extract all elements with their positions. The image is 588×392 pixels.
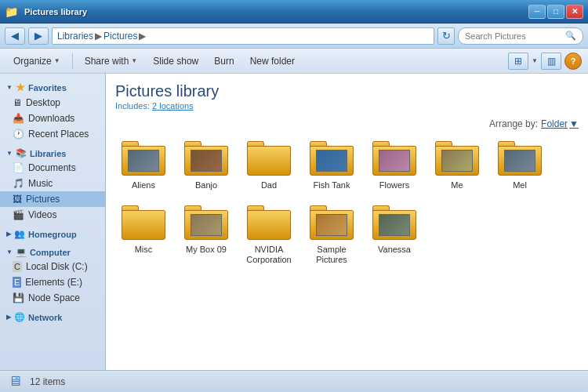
folder-icon-wrap [245,203,292,242]
folder-icon-wrap [496,139,543,178]
sidebar-item-downloads[interactable]: 📥 Downloads [0,111,105,126]
sidebar-item-desktop[interactable]: 🖥 Desktop [0,95,105,111]
folder-item-aliens[interactable]: Aliens [115,136,172,194]
videos-icon: 🎬 [13,209,24,220]
computer-header[interactable]: ▼ 💻 Computer [0,244,105,259]
sidebar-item-recent-places[interactable]: 🕐 Recent Places [0,126,105,142]
library-title: Pictures library [115,82,579,100]
refresh-button[interactable]: ↻ [437,27,455,45]
folder-grid: Aliens Banjo Dad [115,136,579,269]
back-button[interactable]: ◀ [5,27,25,45]
homegroup-section: ▶ 👥 Homegroup [0,226,105,241]
homegroup-header[interactable]: ▶ 👥 Homegroup [0,226,105,241]
folder-body [184,210,228,240]
downloads-label: Downloads [28,113,74,124]
folder-base [122,141,165,176]
slideshow-button[interactable]: Slide show [146,52,205,71]
folder-body [247,146,291,176]
sidebar-item-music[interactable]: 🎵 Music [0,176,105,191]
folder-item-nvidia-corporation[interactable]: NVIDIA Corporation [241,200,297,268]
window-icon: 📁 [5,5,18,18]
sidebar-item-documents[interactable]: 📄 Documents [0,160,105,176]
sidebar-item-elements-e[interactable]: E Elements (E:) [0,274,105,290]
breadcrumb-sep1: ▶ [95,31,102,42]
search-box[interactable]: 🔍 [458,27,583,45]
folder-item-dad[interactable]: Dad [241,136,297,194]
folder-item-misc[interactable]: Misc [115,200,172,268]
preview-pane-button[interactable]: ▥ [541,53,561,70]
folder-body [122,210,165,240]
arrange-value-link[interactable]: Folder ▼ [541,118,579,129]
folder-item-sample-pictures[interactable]: Sample Pictures [303,200,360,268]
folder-item-flowers[interactable]: Flowers [366,136,423,194]
sidebar-item-node-space[interactable]: 💾 Node Space [0,290,105,306]
libraries-header[interactable]: ▼ 📚 Libraries [0,145,105,160]
desktop-icon: 🖥 [13,97,22,108]
homegroup-label: Homegroup [28,230,77,239]
toolbar: Organize ▼ Share with ▼ Slide show Burn … [0,49,588,74]
help-button[interactable]: ? [564,53,582,70]
downloads-icon: 📥 [13,113,24,124]
maximize-button[interactable]: □ [547,5,564,19]
sidebar-item-videos[interactable]: 🎬 Videos [0,207,105,223]
folder-item-banjo[interactable]: Banjo [178,136,234,194]
folder-item-mel[interactable]: Mel [492,136,548,194]
new-folder-button[interactable]: New folder [243,52,302,71]
content-header: Pictures library Includes: 2 locations [115,82,579,111]
sidebar-item-local-disk-c[interactable]: C Local Disk (C:) [0,259,105,274]
forward-button[interactable]: ▶ [28,27,49,45]
locations-link[interactable]: 2 locations [152,101,194,111]
breadcrumb-sep2: ▶ [139,31,146,42]
view-dropdown-arrow[interactable]: ▼ [532,57,538,64]
folder-icon-wrap [434,139,481,178]
libraries-section: ▼ 📚 Libraries 📄 Documents 🎵 Music 🖼 Pict… [0,145,105,223]
folder-body [310,210,354,240]
breadcrumb-libraries[interactable]: Libraries [57,31,93,42]
breadcrumb-pictures[interactable]: Pictures [103,31,137,42]
organize-label: Organize [13,56,52,67]
slideshow-label: Slide show [153,56,198,67]
sidebar: ▼ ★ Favorites 🖥 Desktop 📥 Downloads 🕐 Re… [0,74,106,370]
network-label: Network [28,313,62,322]
pictures-icon: 🖼 [13,194,22,205]
folder-icon-wrap [371,139,418,178]
close-button[interactable]: ✕ [566,5,583,19]
music-label: Music [28,178,53,189]
folder-item-my-box-09[interactable]: My Box 09 [178,200,234,268]
folder-icon-wrap [308,139,355,178]
search-input[interactable] [465,31,562,41]
share-with-button[interactable]: Share with ▼ [78,52,145,71]
network-icon: 🌐 [14,312,25,322]
sidebar-item-pictures[interactable]: 🖼 Pictures [0,191,105,207]
node-space-label: Node Space [28,292,80,303]
folder-label: Aliens [132,180,155,191]
network-header[interactable]: ▶ 🌐 Network [0,309,105,324]
favorites-triangle: ▼ [6,84,13,91]
toolbar-right: ⊞ ▼ ▥ ? [508,53,582,70]
folder-thumbnail [191,214,222,236]
folder-item-fish-tank[interactable]: Fish Tank [303,136,360,194]
recent-places-label: Recent Places [28,129,89,140]
organize-button[interactable]: Organize ▼ [6,52,67,71]
breadcrumb-bar[interactable]: Libraries ▶ Pictures ▶ [52,27,434,45]
folder-icon-wrap [183,139,230,178]
recent-places-icon: 🕐 [13,129,24,140]
minimize-button[interactable]: ─ [528,5,546,19]
folder-base [247,141,291,176]
folder-label: Me [451,180,463,191]
local-disk-c-label: Local Disk (C:) [26,261,88,272]
status-computer-icon: 🖥 [8,373,22,390]
folder-thumbnail [379,214,410,236]
arrange-value-text: Folder [541,118,568,129]
folder-item-me[interactable]: Me [429,136,485,194]
computer-label: Computer [30,248,71,257]
burn-button[interactable]: Burn [207,52,241,71]
folder-label: Fish Tank [314,180,350,191]
favorites-header[interactable]: ▼ ★ Favorites [0,78,105,95]
title-bar: 📁 Pictures library ─ □ ✕ [0,0,588,24]
folder-item-vanessa[interactable]: Vanessa [366,200,423,268]
folder-base [184,141,228,176]
view-toggle-button[interactable]: ⊞ [508,53,528,70]
folder-icon-wrap [120,139,167,178]
folder-label: Mel [513,180,527,191]
